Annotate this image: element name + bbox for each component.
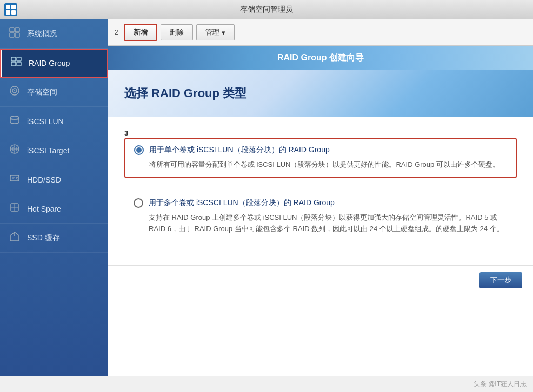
option1-desc: 将所有可用的容量分配到单个卷或 iSCSI LUN（段落分块）以提供更好的性能。… [134, 159, 507, 171]
option2-desc: 支持在 RAID Group 上创建多个卷或 iSCSI LUN（段落分块）以获… [134, 212, 508, 235]
svg-point-23 [16, 177, 18, 179]
svg-rect-2 [11, 5, 16, 9]
raid-icon [10, 56, 22, 70]
manage-label: 管理 [205, 28, 219, 37]
sidebar-item-system-overview[interactable]: 系统概况 [0, 19, 108, 49]
svg-rect-22 [10, 175, 19, 181]
option1-header: 用于单个卷或 iSCSI LUN（段落分块）的 RAID Group [134, 145, 507, 155]
hot-spare-icon [9, 202, 21, 215]
wizard-panel: RAID Group 创建向导 选择 RAID Group 类型 3 用于单个卷… [108, 46, 533, 376]
sidebar-label-hot-spare: Hot Spare [27, 205, 61, 213]
svg-rect-4 [11, 10, 16, 15]
storage-icon [9, 85, 21, 99]
svg-rect-5 [10, 28, 14, 32]
sidebar-label-storage: 存储空间 [27, 87, 57, 97]
svg-rect-10 [17, 57, 21, 61]
overview-icon [9, 27, 21, 40]
sidebar-label-overview: 系统概况 [27, 29, 57, 39]
svg-rect-8 [15, 33, 19, 37]
sidebar-item-hot-spare[interactable]: Hot Spare [0, 194, 108, 224]
option-multi-volume[interactable]: 用于多个卷或 iSCSCI LUN（段落分块）的 RAID Group 支持在 … [124, 191, 517, 242]
watermark-text: 头条 @IT狂人日志 [474, 380, 527, 389]
radio-multi-volume[interactable] [134, 198, 143, 208]
svg-point-16 [10, 116, 19, 119]
iscsi-lun-icon [9, 114, 21, 128]
hdd-icon [9, 173, 21, 186]
content-area: 2 新增 删除 管理 ▾ RAID Group 创建向导 选择 RAID Gro… [108, 19, 533, 376]
manage-button[interactable]: 管理 ▾ [196, 24, 235, 40]
sidebar-item-hdd-ssd[interactable]: HDD/SSD [0, 165, 108, 194]
delete-button[interactable]: 删除 [161, 24, 193, 40]
option-single-volume[interactable]: 用于单个卷或 iSCSI LUN（段落分块）的 RAID Group 将所有可用… [124, 138, 517, 178]
section-title-area: 选择 RAID Group 类型 [108, 70, 533, 117]
sidebar-item-iscsi-lun[interactable]: iSCSI LUN [0, 107, 108, 136]
svg-rect-7 [10, 33, 14, 37]
sidebar-label-iscsi-target: iSCSI Target [27, 146, 69, 155]
dropdown-arrow-icon: ▾ [222, 29, 225, 37]
main-layout: 系统概况 RAID Group 存储空间 [0, 19, 533, 376]
sidebar-label-ssd-cache: SSD 缓存 [27, 233, 60, 243]
svg-rect-3 [6, 10, 10, 15]
footer: 头条 @IT狂人日志 [0, 376, 533, 392]
option2-title: 用于多个卷或 iSCSCI LUN（段落分块）的 RAID Group [149, 198, 335, 208]
wizard-navigation: 下一步 [108, 265, 533, 295]
sidebar-item-iscsi-target[interactable]: iSCSI Target [0, 136, 108, 165]
sidebar: 系统概况 RAID Group 存储空间 [0, 19, 108, 376]
sidebar-label-raid: RAID Group [29, 59, 70, 67]
options-annotation: 3 [124, 129, 128, 137]
svg-rect-9 [11, 57, 16, 61]
add-button[interactable]: 新增 [124, 24, 157, 41]
toolbar-annotation: 2 [115, 29, 118, 36]
sidebar-item-raid-group[interactable]: RAID Group [0, 49, 108, 78]
svg-point-15 [14, 90, 15, 91]
iscsi-target-icon [9, 144, 21, 157]
sidebar-label-hdd: HDD/SSD [27, 175, 61, 184]
option2-header: 用于多个卷或 iSCSCI LUN（段落分块）的 RAID Group [134, 198, 508, 208]
sidebar-item-ssd-cache[interactable]: SSD 缓存 [0, 224, 108, 253]
ssd-cache-icon [9, 231, 21, 245]
svg-rect-12 [17, 62, 21, 66]
options-area: 3 用于单个卷或 iSCSI LUN（段落分块）的 RAID Group 将所有… [108, 117, 533, 265]
option1-title: 用于单个卷或 iSCSI LUN（段落分块）的 RAID Group [149, 145, 330, 155]
sidebar-item-storage-space[interactable]: 存储空间 [0, 78, 108, 107]
app-logo [4, 3, 17, 16]
wizard-title: RAID Group 创建向导 [277, 53, 364, 62]
svg-rect-11 [11, 62, 16, 66]
svg-rect-1 [6, 5, 10, 9]
app-title: 存储空间管理员 [240, 5, 293, 15]
toolbar: 2 新增 删除 管理 ▾ [108, 19, 533, 46]
title-bar: 存储空间管理员 [0, 0, 533, 19]
radio-single-volume[interactable] [134, 145, 144, 155]
section-title: 选择 RAID Group 类型 [124, 85, 517, 102]
next-button[interactable]: 下一步 [479, 272, 522, 288]
sidebar-label-iscsi-lun: iSCSI LUN [27, 117, 64, 126]
svg-rect-6 [15, 28, 19, 32]
wizard-header: RAID Group 创建向导 [108, 46, 533, 70]
